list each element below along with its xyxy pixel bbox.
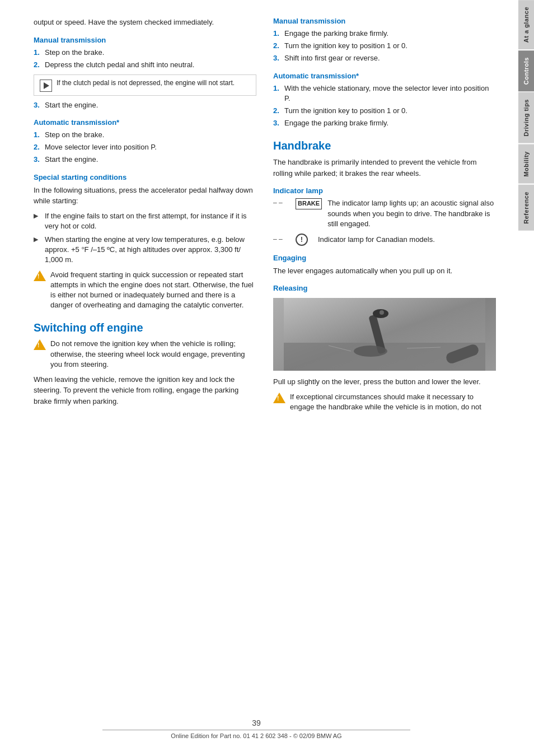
handbrake-image	[273, 298, 496, 371]
auto-step-2-right: 2. Turn the ignition key to position 1 o…	[273, 106, 496, 116]
special-bullet-1: ▶ If the engine fails to start on the fi…	[34, 211, 256, 231]
left-column: output or speed. Have the system checked…	[34, 17, 256, 734]
releasing-heading: Releasing	[273, 284, 496, 292]
special-conditions-intro: In the following situations, press the a…	[34, 185, 256, 207]
automatic-heading-left: Automatic transmission*	[34, 118, 256, 127]
warning-icon-3	[273, 393, 285, 405]
handbrake-visual	[273, 298, 496, 371]
indicator-lamp-heading: Indicator lamp	[273, 186, 496, 195]
automatic-steps-left: 1. Step on the brake. 2. Move selector l…	[34, 130, 256, 165]
play-icon	[40, 80, 52, 92]
handbrake-intro: The handbrake is primarily intended to p…	[273, 157, 496, 179]
main-content: output or speed. Have the system checked…	[0, 0, 513, 756]
auto-step-3-right: 3. Engage the parking brake firmly.	[273, 118, 496, 128]
circle-warning-icon	[296, 234, 308, 246]
manual-step-3-list: 3. Start the engine.	[34, 100, 256, 110]
page-wrapper: output or speed. Have the system checked…	[0, 0, 534, 756]
page-number: 39	[0, 718, 513, 727]
indicator-dash-1: – –	[273, 198, 290, 208]
handbrake-heading: Handbrake	[273, 139, 496, 152]
switching-off-engine-heading: Switching off engine	[34, 321, 256, 334]
callout-box-left: If the clutch pedal is not depressed, th…	[34, 74, 256, 96]
manual-step-2-right: 2. Turn the ignition key to position 1 o…	[273, 41, 496, 51]
page-footer: 39 Online Edition for Part no. 01 41 2 6…	[0, 718, 513, 739]
tab-mobility[interactable]: Mobility	[518, 144, 534, 184]
switching-warning-note: Do not remove the ignition key when the …	[34, 339, 256, 370]
continuation-text: output or speed. Have the system checked…	[34, 17, 256, 28]
special-conditions-heading: Special starting conditions	[34, 173, 256, 181]
tab-controls[interactable]: Controls	[518, 50, 534, 91]
triangle-warning-icon-3	[273, 393, 285, 403]
svg-point-5	[354, 346, 387, 357]
releasing-text: Pull up slightly on the lever, press the…	[273, 376, 496, 388]
automatic-steps-right: 1. With the vehicle stationary, move the…	[273, 83, 496, 129]
play-triangle-icon	[44, 82, 49, 89]
manual-step-2-left: 2. Depress the clutch pedal and shift in…	[34, 60, 256, 70]
indicator-row-1: – – BRAKE The indicator lamp lights up; …	[273, 198, 496, 229]
auto-step-1-left: 1. Step on the brake.	[34, 130, 256, 140]
indicator-row-2: – – Indicator lamp for Canadian models.	[273, 234, 496, 246]
warning-text-2: If exceptional circumstances should make…	[290, 392, 496, 412]
warning-note-2: If exceptional circumstances should make…	[273, 392, 496, 412]
footer-separator	[102, 730, 410, 730]
auto-step-1-right: 1. With the vehicle stationary, move the…	[273, 83, 496, 104]
triangle-warning-icon-2	[34, 339, 46, 350]
tab-reference[interactable]: Reference	[518, 185, 534, 231]
manual-step-1-left: 1. Step on the brake.	[34, 48, 256, 58]
auto-step-2-left: 2. Move selector lever into position P.	[34, 142, 256, 152]
manual-transmission-heading-right: Manual transmission	[273, 17, 496, 25]
tab-at-a-glance[interactable]: At a glance	[518, 0, 534, 49]
engaging-heading: Engaging	[273, 254, 496, 262]
automatic-heading-right: Automatic transmission*	[273, 72, 496, 80]
manual-transmission-heading-left: Manual transmission	[34, 36, 256, 44]
warning-text-1: Avoid frequent starting in quick success…	[50, 270, 256, 311]
special-bullets: ▶ If the engine fails to start on the fi…	[34, 211, 256, 265]
svg-point-4	[380, 310, 384, 315]
indicator-text-1: The indicator lamp lights up; an acousti…	[327, 198, 496, 229]
tab-driving-tips[interactable]: Driving tips	[518, 92, 534, 143]
triangle-warning-icon-1	[34, 270, 46, 281]
switching-warning-text: Do not remove the ignition key when the …	[50, 339, 256, 370]
right-column: Manual transmission 1. Engage the parkin…	[273, 17, 496, 734]
warning-note-1: Avoid frequent starting in quick success…	[34, 270, 256, 311]
engaging-text: The lever engages automatically when you…	[273, 265, 496, 277]
manual-step-3-left: 3. Start the engine.	[34, 100, 256, 110]
brake-label: BRAKE	[296, 198, 322, 209]
bullet-arrow-2: ▶	[34, 235, 41, 265]
sidebar-tabs: At a glance Controls Driving tips Mobili…	[513, 0, 534, 756]
manual-steps-right: 1. Engage the parking brake firmly. 2. T…	[273, 29, 496, 64]
auto-step-3-left: 3. Start the engine.	[34, 155, 256, 165]
switching-body-1: When leaving the vehicle, remove the ign…	[34, 374, 256, 407]
footer-text: Online Edition for Part no. 01 41 2 602 …	[0, 732, 513, 739]
manual-step-3-right: 3. Shift into first gear or reverse.	[273, 53, 496, 63]
indicator-text-2: Indicator lamp for Canadian models.	[318, 235, 435, 245]
manual-steps-left: 1. Step on the brake. 2. Depress the clu…	[34, 48, 256, 70]
warning-icon-1	[34, 270, 46, 283]
warning-icon-2	[34, 339, 46, 352]
special-bullet-2: ▶ When starting the engine at very low t…	[34, 235, 256, 265]
callout-text: If the clutch pedal is not depressed, th…	[57, 78, 235, 88]
manual-step-1-right: 1. Engage the parking brake firmly.	[273, 29, 496, 39]
bullet-arrow-1: ▶	[34, 211, 41, 231]
indicator-dash-2: – –	[273, 235, 290, 244]
